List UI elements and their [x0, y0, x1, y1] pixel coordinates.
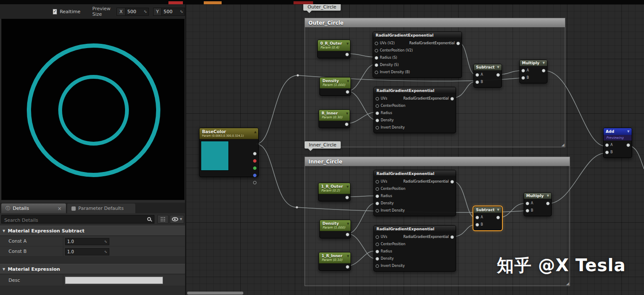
const-b-field[interactable]: ↔ [65, 248, 109, 255]
collapse-up-icon[interactable]: ▲ [254, 130, 256, 134]
input-pin-uvs[interactable] [375, 42, 378, 45]
output-pin-rgba[interactable] [253, 152, 256, 155]
comment-header[interactable]: Outer_Circle [305, 18, 565, 27]
output-pin[interactable] [450, 235, 454, 239]
tab-indicator-orange[interactable] [204, 1, 222, 4]
collapse-down-icon[interactable]: ▼ [497, 66, 499, 69]
output-pin[interactable] [450, 180, 454, 183]
node-subtract-outer[interactable]: Subtract▼ A B [473, 64, 502, 88]
collapse-down-icon[interactable]: ▼ [627, 130, 630, 133]
node-subtract-inner-selected[interactable]: Subtract▼ A B [473, 206, 502, 230]
column-divider[interactable] [63, 236, 63, 246]
node-header[interactable]: BaseColor Param (0.0063,0.300,0.324,1) ▲ [199, 128, 258, 139]
preview-size-x-stepper[interactable]: X ↔ [117, 8, 149, 16]
const-a-field[interactable]: ↔ [65, 238, 109, 245]
material-preview-viewport[interactable] [1, 19, 185, 200]
node-param-density-outer[interactable]: DensityParam (1.000)▼ [319, 77, 351, 96]
input-pin-centerposition[interactable] [375, 49, 378, 52]
input-pin-centerposition[interactable] [376, 104, 379, 108]
input-pin-uvs[interactable] [376, 235, 379, 239]
input-pin-density[interactable] [376, 119, 379, 122]
output-pin[interactable] [627, 143, 630, 147]
resize-grip-icon[interactable]: ◢ [566, 282, 569, 286]
input-pin-radius[interactable] [376, 112, 379, 115]
collapse-down-icon[interactable]: ▼ [347, 255, 349, 258]
input-pin-b[interactable] [476, 223, 479, 226]
collapse-down-icon[interactable]: ▼ [347, 185, 349, 189]
input-pin-invert-density[interactable] [376, 209, 379, 212]
output-pin[interactable] [546, 202, 550, 205]
column-divider[interactable] [63, 275, 63, 286]
input-pin-uvs[interactable] [376, 180, 379, 183]
input-pin-a[interactable] [526, 202, 529, 205]
output-pin[interactable] [450, 97, 454, 100]
input-pin-density[interactable] [375, 63, 378, 67]
const-b-input[interactable] [66, 249, 101, 255]
node-add-previewing[interactable]: Add▼ Previewing A B [603, 128, 632, 158]
output-pin[interactable] [456, 42, 460, 45]
output-pin[interactable] [542, 69, 545, 72]
output-pin[interactable] [346, 265, 349, 269]
collapse-down-icon[interactable]: ▼ [347, 42, 349, 46]
search-field[interactable] [1, 215, 154, 223]
comment-bubble-inner[interactable]: Inner_Circle [305, 141, 341, 149]
node-multiply-inner[interactable]: Multiply▼ A B [524, 192, 552, 216]
node-radial-gradient-inner-top[interactable]: RadialGradientExponential UVsRadialGradi… [373, 170, 456, 216]
horizontal-scrollbar[interactable] [187, 292, 243, 295]
output-pin-a[interactable] [253, 181, 256, 184]
node-param-1-r-inner[interactable]: 1_R_InnerParam (0.10)▼ [319, 252, 351, 271]
input-pin-b[interactable] [476, 80, 479, 84]
output-pin-r[interactable] [253, 159, 256, 163]
node-param-0-r-outer[interactable]: 0_R_OuterParam (0.4)▼ [317, 40, 350, 58]
node-param-density-inner[interactable]: DensityParam (1.000)▼ [319, 220, 351, 238]
section-material-expression-subtract[interactable]: ▼ Material Expression Subtract [0, 226, 185, 236]
comment-bubble-outer[interactable]: Outer_Circle [303, 3, 341, 11]
collapse-down-icon[interactable]: ▼ [347, 80, 349, 83]
input-pin-centerposition[interactable] [376, 187, 379, 191]
input-pin-centerposition[interactable] [376, 243, 379, 246]
input-pin-b[interactable] [605, 151, 609, 154]
collapse-down-icon[interactable]: ▼ [346, 112, 348, 115]
input-pin-density[interactable] [376, 257, 379, 261]
output-pin[interactable] [345, 123, 348, 126]
input-pin-b[interactable] [526, 209, 529, 212]
preview-size-x-input[interactable] [125, 9, 142, 14]
node-param-1-r-outer[interactable]: 1_R_OuterParam (0.2)▼ [318, 183, 350, 201]
input-pin-a[interactable] [476, 73, 479, 77]
input-pin-a[interactable] [605, 143, 609, 147]
node-radial-gradient-outer-bottom[interactable]: RadialGradientExponential UVsRadialGradi… [373, 87, 456, 133]
input-pin-invert-density[interactable] [376, 264, 379, 268]
node-param-r-inner[interactable]: R_InnerParam (0.30)▼ [319, 109, 350, 128]
desc-field[interactable] [65, 277, 163, 284]
collapse-down-icon[interactable]: ▼ [347, 222, 349, 226]
node-multiply-outer[interactable]: Multiply▼ A B [519, 60, 547, 83]
realtime-checkbox[interactable]: ✓ [53, 9, 57, 14]
collapse-down-icon[interactable]: ▼ [543, 61, 545, 65]
input-pin-a[interactable] [521, 69, 525, 72]
resize-grip-icon[interactable]: ◢ [561, 143, 564, 147]
output-pin[interactable] [345, 196, 349, 199]
input-pin-radius[interactable] [375, 56, 378, 60]
tab-indicator-maroon[interactable] [294, 1, 313, 4]
collapse-down-icon[interactable]: ▼ [547, 194, 549, 198]
tab-indicator-red[interactable] [168, 1, 183, 4]
input-pin-uvs[interactable] [376, 97, 379, 100]
output-pin[interactable] [346, 233, 349, 236]
close-icon[interactable]: × [57, 206, 62, 212]
visibility-filter-button[interactable]: ▼ [170, 215, 184, 223]
input-pin-invert-density[interactable] [375, 71, 378, 74]
input-pin-density[interactable] [376, 202, 379, 205]
search-input[interactable] [2, 217, 142, 224]
output-pin-g[interactable] [253, 166, 256, 170]
collapse-down-icon[interactable]: ▼ [497, 208, 499, 212]
const-a-input[interactable] [66, 238, 101, 245]
desc-input[interactable] [66, 277, 162, 284]
preview-size-y-input[interactable] [162, 9, 179, 14]
section-material-expression[interactable]: ▼ Material Expression [0, 264, 185, 274]
output-pin[interactable] [496, 216, 500, 219]
column-divider[interactable] [63, 246, 63, 256]
input-pin-b[interactable] [521, 76, 525, 80]
input-pin-radius[interactable] [376, 250, 379, 253]
preview-size-y-stepper[interactable]: Y ↔ [153, 8, 185, 16]
input-pin-a[interactable] [476, 216, 479, 219]
